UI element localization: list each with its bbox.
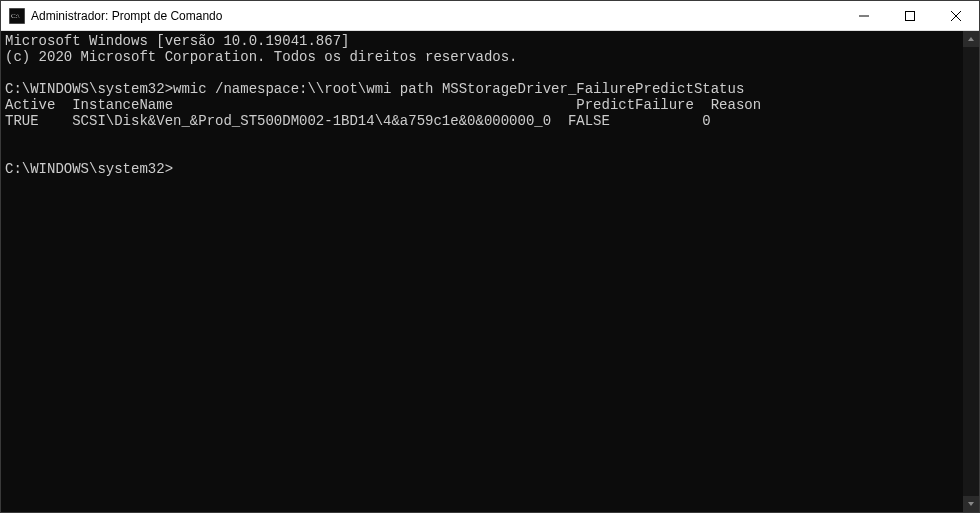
scroll-track[interactable] (963, 47, 979, 496)
terminal-line: (c) 2020 Microsoft Corporation. Todos os… (5, 49, 517, 65)
terminal-command: wmic /namespace:\\root\wmi path MSStorag… (173, 81, 744, 97)
scroll-down-arrow-icon[interactable] (963, 496, 979, 512)
terminal-prompt: C:\WINDOWS\system32> (5, 81, 173, 97)
window-title: Administrador: Prompt de Comando (31, 9, 841, 23)
svg-text:C:\: C:\ (11, 12, 20, 20)
terminal-prompt: C:\WINDOWS\system32> (5, 161, 173, 177)
window-controls (841, 1, 979, 30)
svg-marker-6 (968, 37, 974, 41)
close-button[interactable] (933, 1, 979, 30)
terminal-line: Microsoft Windows [versão 10.0.19041.867… (5, 33, 349, 49)
vertical-scrollbar[interactable] (963, 31, 979, 512)
terminal-data-row: TRUE SCSI\Disk&Ven_&Prod_ST500DM002-1BD1… (5, 113, 711, 129)
terminal-output[interactable]: Microsoft Windows [versão 10.0.19041.867… (1, 31, 963, 512)
command-prompt-window: C:\ Administrador: Prompt de Comando Mic… (0, 0, 980, 513)
titlebar[interactable]: C:\ Administrador: Prompt de Comando (1, 1, 979, 31)
terminal-header-row: Active InstanceName PredictFailure Reaso… (5, 97, 761, 113)
minimize-button[interactable] (841, 1, 887, 30)
terminal-area: Microsoft Windows [versão 10.0.19041.867… (1, 31, 979, 512)
scroll-up-arrow-icon[interactable] (963, 31, 979, 47)
svg-marker-7 (968, 502, 974, 506)
app-icon: C:\ (9, 8, 25, 24)
svg-rect-3 (906, 11, 915, 20)
maximize-button[interactable] (887, 1, 933, 30)
